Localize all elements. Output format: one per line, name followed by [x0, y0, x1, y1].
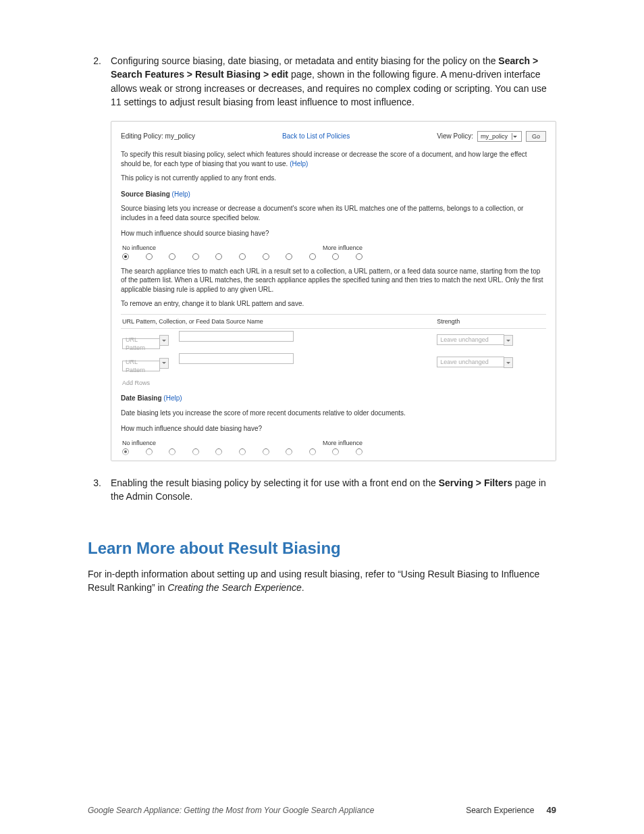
url-pattern-input[interactable]: URL Pattern	[122, 338, 160, 349]
col-header-pattern: URL Pattern, Collection, or Feed Data So…	[121, 314, 321, 328]
list-item-2: 2. Configuring source biasing, date bias…	[88, 54, 556, 109]
fade-overlay	[111, 448, 556, 461]
strength-select[interactable]: Leave unchanged	[437, 334, 504, 345]
help-link[interactable]: (Help)	[290, 160, 308, 167]
list-number: 3.	[88, 476, 111, 504]
page-number: 49	[547, 805, 556, 815]
influence-radio-1[interactable]	[146, 253, 153, 260]
chevron-down-icon	[512, 133, 518, 140]
date-biasing-question: How much influence should date biasing h…	[121, 424, 546, 434]
add-rows-button[interactable]: Add Rows	[122, 379, 545, 387]
pattern-value-input[interactable]	[179, 331, 294, 342]
influence-radio-0[interactable]	[122, 253, 129, 260]
influence-radio-6[interactable]	[263, 253, 269, 260]
chevron-down-icon[interactable]	[504, 335, 513, 346]
help-link[interactable]: (Help)	[172, 190, 190, 198]
influence-radio-9[interactable]	[332, 253, 339, 260]
match-desc: The search appliance tries to match each…	[121, 267, 546, 294]
editing-policy-label: Editing Policy: my_policy	[121, 132, 195, 141]
influence-radio-8[interactable]	[309, 253, 316, 260]
back-to-list-link[interactable]: Back to List of Policies	[282, 132, 350, 140]
col-header-strength: Strength	[435, 314, 546, 328]
date-biasing-heading: Date Biasing (Help)	[121, 394, 546, 403]
table-row: URL Pattern Leave unchanged	[121, 328, 546, 351]
chevron-down-icon[interactable]	[159, 335, 169, 346]
footer-doc-title: Google Search Appliance: Getting the Mos…	[88, 806, 374, 815]
footer-section: Search Experience	[466, 806, 534, 815]
chevron-down-icon[interactable]	[159, 358, 169, 369]
help-link[interactable]: (Help)	[163, 394, 182, 402]
view-policy-label: View Policy:	[437, 132, 473, 141]
go-button[interactable]: Go	[526, 131, 546, 142]
intro-text: To specify this result biasing policy, s…	[121, 150, 546, 168]
page-footer: Google Search Appliance: Getting the Mos…	[88, 805, 556, 815]
section-heading: Learn More about Result Biasing	[88, 539, 556, 558]
chevron-down-icon[interactable]	[504, 357, 513, 368]
table-row: URL Pattern Leave unchanged	[121, 351, 546, 373]
influence-radio-7[interactable]	[286, 253, 292, 260]
url-pattern-input[interactable]: URL Pattern	[122, 361, 160, 371]
influence-radio-3[interactable]	[192, 253, 199, 260]
list-text: Configuring source biasing, date biasing…	[111, 54, 556, 109]
influence-radio-10[interactable]	[356, 253, 363, 260]
source-influence-slider: No influence More influence	[121, 244, 364, 260]
date-biasing-desc: Date biasing lets you increase the score…	[121, 409, 546, 418]
remove-desc: To remove an entry, change it to blank U…	[121, 299, 546, 309]
not-applied-text: This policy is not currently applied to …	[121, 174, 546, 183]
source-biasing-heading: Source Biasing (Help)	[121, 190, 546, 199]
pattern-value-input[interactable]	[179, 353, 294, 364]
view-policy-select[interactable]: my_policy	[477, 131, 522, 142]
source-biasing-desc: Source biasing lets you increase or decr…	[121, 204, 546, 222]
pattern-table: URL Pattern, Collection, or Feed Data So…	[121, 314, 546, 373]
list-text: Enabling the result biasing policy by se…	[111, 476, 556, 504]
influence-radio-2[interactable]	[169, 253, 176, 260]
list-number: 2.	[88, 54, 111, 109]
learn-more-paragraph: For in-depth information about setting u…	[88, 567, 556, 595]
strength-select[interactable]: Leave unchanged	[437, 357, 504, 367]
list-item-3: 3. Enabling the result biasing policy by…	[88, 476, 556, 504]
influence-radio-4[interactable]	[215, 253, 222, 260]
embedded-screenshot: Editing Policy: my_policy Back to List o…	[111, 121, 556, 461]
influence-radio-5[interactable]	[239, 253, 246, 260]
source-biasing-question: How much influence should source biasing…	[121, 229, 546, 238]
